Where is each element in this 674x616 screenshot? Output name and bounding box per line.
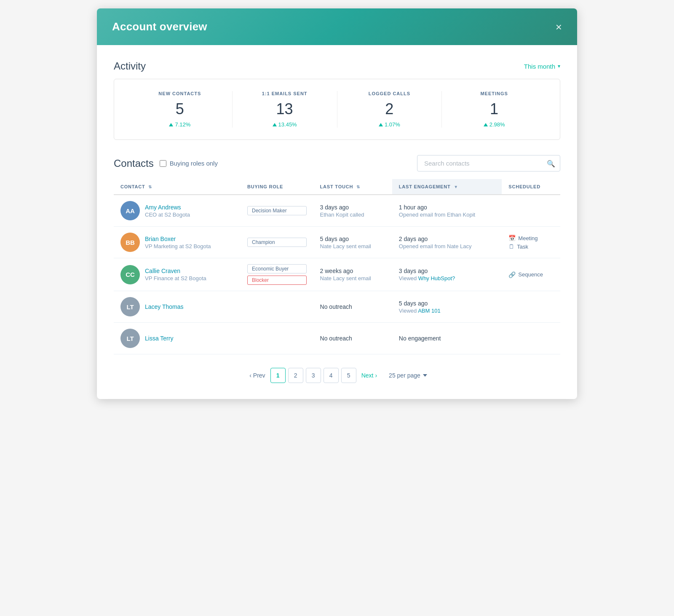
activity-header-row: Activity This month ▾ (114, 60, 560, 72)
per-page-chevron-icon[interactable] (423, 374, 427, 377)
engagement-cell: 1 hour agoOpened email from Ethan Kopit (399, 204, 495, 218)
next-label: Next (361, 372, 374, 379)
search-input[interactable] (417, 155, 560, 171)
last-touch-td: 3 days agoEthan Kopit called (313, 195, 392, 227)
metric-label: LOGGED CALLS (337, 91, 442, 96)
last-engagement-td: 2 days agoOpened email from Nate Lacy (392, 227, 502, 258)
contacts-tbody: AA Amy Andrews CEO at S2 Bogota Decision… (114, 195, 560, 354)
metric-block: 1:1 EMAILS SENT 13 13.45% (232, 91, 337, 128)
avatar: BB (120, 233, 140, 252)
contacts-header: Contacts Buying roles only 🔍 (114, 155, 560, 171)
engagement-text: No engagement (399, 335, 495, 342)
buying-roles-checkbox[interactable] (160, 160, 166, 167)
table-row: CC Callie Craven VP Finance at S2 Bogota… (114, 258, 560, 291)
avatar: CC (120, 265, 140, 284)
contact-cell-td: LT Lissa Terry (114, 323, 241, 354)
last-touch-td: 5 days agoNate Lacy sent email (313, 227, 392, 258)
metric-change: 1.07% (337, 121, 442, 128)
contact-info: Amy Andrews CEO at S2 Bogota (145, 204, 190, 218)
buying-role-td: Economic BuyerBlocker (241, 258, 313, 291)
engagement-link[interactable]: Why HubSpot? (418, 275, 455, 281)
contact-name[interactable]: Lacey Thomas (145, 303, 184, 310)
up-arrow-icon (484, 123, 488, 126)
page-button-3[interactable]: 3 (306, 368, 321, 383)
contacts-title: Contacts (114, 158, 154, 169)
scheduled-td: 🔗Sequence (502, 258, 560, 291)
last-touch-cell: 5 days agoNate Lacy sent email (320, 236, 385, 249)
next-button[interactable]: Next › (359, 372, 380, 379)
metric-change-text: 2.98% (489, 121, 505, 128)
close-button[interactable]: × (556, 21, 562, 32)
col-contact[interactable]: CONTACT ⇅ (114, 179, 241, 195)
search-icon: 🔍 (547, 159, 555, 167)
prev-button[interactable]: ‹ Prev (247, 372, 267, 379)
last-touch-text: 5 days ago (320, 236, 385, 242)
contact-cell-td: BB Brian Boxer VP Marketing at S2 Bogota (114, 227, 241, 258)
metric-change: 2.98% (442, 121, 546, 128)
modal-body: Activity This month ▾ NEW CONTACTS 5 7.1… (97, 45, 577, 399)
sort-icon-active: ▼ (454, 185, 458, 189)
last-touch-text: No outreach (320, 303, 385, 310)
table-row: LT Lissa Terry No outreach No engagement (114, 323, 560, 354)
role-badge: Economic Buyer (247, 264, 307, 273)
last-touch-td: 2 weeks agoNate Lacy sent email (313, 258, 392, 291)
up-arrow-icon (169, 123, 173, 126)
sort-icon: ⇅ (148, 185, 152, 189)
metric-label: MEETINGS (442, 91, 546, 96)
table-row: AA Amy Andrews CEO at S2 Bogota Decision… (114, 195, 560, 227)
page-button-4[interactable]: 4 (324, 368, 339, 383)
last-touch-td: No outreach (313, 323, 392, 354)
scheduled-item: 🗒Task (508, 243, 554, 250)
col-last-touch[interactable]: LAST TOUCH ⇅ (313, 179, 392, 195)
metric-block: MEETINGS 1 2.98% (441, 91, 546, 128)
contacts-table: CONTACT ⇅ BUYING ROLE LAST TOUCH ⇅ LAST … (114, 179, 560, 354)
engagement-text: 5 days ago (399, 300, 495, 307)
activity-filter-button[interactable]: This month ▾ (524, 63, 560, 70)
contact-name[interactable]: Lissa Terry (145, 335, 173, 342)
contact-name[interactable]: Callie Craven (145, 268, 206, 274)
metric-block: LOGGED CALLS 2 1.07% (337, 91, 442, 128)
contact-info: Lissa Terry (145, 335, 173, 342)
per-page-label: 25 per page (389, 372, 420, 379)
buying-roles-filter[interactable]: Buying roles only (160, 160, 218, 167)
activity-card: NEW CONTACTS 5 7.12% 1:1 EMAILS SENT 13 … (114, 79, 560, 140)
sort-icon: ⇅ (356, 185, 360, 189)
last-engagement-td: No engagement (392, 323, 502, 354)
contact-name[interactable]: Brian Boxer (145, 236, 211, 242)
contact-name[interactable]: Amy Andrews (145, 204, 190, 211)
page-button-1[interactable]: 1 (270, 368, 286, 383)
last-touch-text: 3 days ago (320, 204, 385, 211)
buying-role-td: Decision Maker (241, 195, 313, 227)
scheduled-td: 📅Meeting🗒Task (502, 227, 560, 258)
metric-change-text: 1.07% (385, 121, 400, 128)
scheduled-cell: 🔗Sequence (508, 271, 554, 278)
avatar: LT (120, 329, 140, 348)
engagement-cell: No engagement (399, 335, 495, 342)
engagement-sub: Opened email from Nate Lacy (399, 243, 495, 249)
page-button-5[interactable]: 5 (341, 368, 356, 383)
engagement-text: 2 days ago (399, 236, 495, 242)
col-last-engagement[interactable]: LAST ENGAGEMENT ▼ (392, 179, 502, 195)
up-arrow-icon (379, 123, 383, 126)
contacts-left: Contacts Buying roles only (114, 158, 218, 169)
last-engagement-td: 1 hour agoOpened email from Ethan Kopit (392, 195, 502, 227)
contact-title: CEO at S2 Bogota (145, 212, 190, 218)
engagement-link[interactable]: ABM 101 (418, 308, 440, 314)
metric-value: 2 (337, 100, 442, 118)
page-button-2[interactable]: 2 (288, 368, 303, 383)
role-badge: Champion (247, 238, 307, 247)
engagement-text: 1 hour ago (399, 204, 495, 211)
last-touch-text: 2 weeks ago (320, 268, 385, 274)
contact-cell-td: AA Amy Andrews CEO at S2 Bogota (114, 195, 241, 227)
metric-change-text: 13.45% (278, 121, 297, 128)
table-row: BB Brian Boxer VP Marketing at S2 Bogota… (114, 227, 560, 258)
contact-cell: LT Lacey Thomas (120, 297, 234, 316)
metric-change-text: 7.12% (175, 121, 190, 128)
last-touch-cell: 2 weeks agoNate Lacy sent email (320, 268, 385, 281)
scheduled-label: Task (517, 244, 528, 250)
scheduled-icon: 🔗 (508, 271, 516, 278)
metric-label: 1:1 EMAILS SENT (233, 91, 337, 96)
buying-roles-label: Buying roles only (170, 160, 218, 167)
contact-title: VP Finance at S2 Bogota (145, 275, 206, 281)
engagement-text: 3 days ago (399, 268, 495, 274)
